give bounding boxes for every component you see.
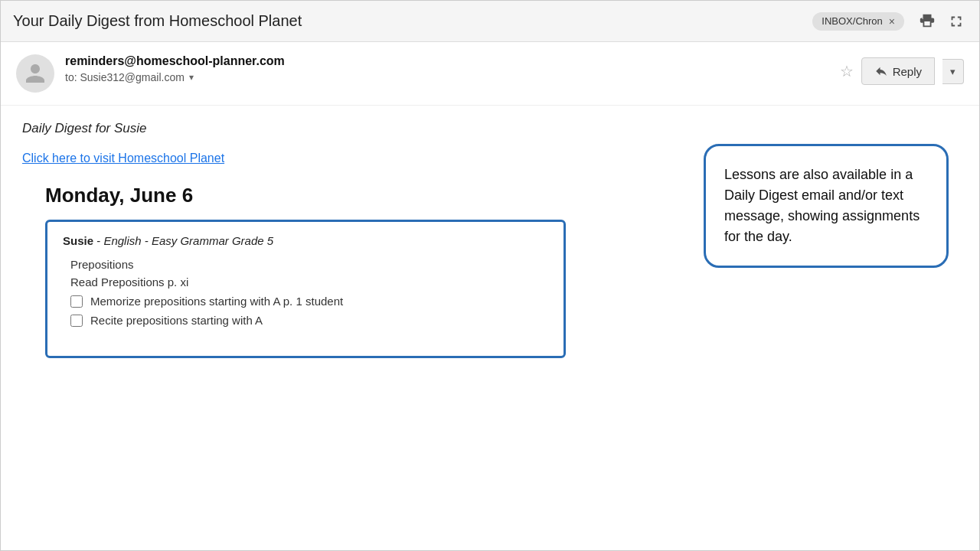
toolbar-icons: [916, 13, 967, 30]
tab-close-button[interactable]: ×: [889, 15, 895, 28]
section-title: Prepositions: [70, 258, 548, 271]
tooltip-text: Lessons are also available in a Daily Di…: [724, 167, 920, 244]
section-item: Read Prepositions p. xi: [70, 276, 548, 289]
reply-button[interactable]: Reply: [861, 57, 935, 85]
separator: -: [96, 234, 103, 247]
person-icon: [24, 62, 47, 85]
reply-more-button[interactable]: ▾: [942, 59, 964, 84]
recipient-row: to: Susie312@gmail.com ▾: [65, 71, 840, 83]
checkbox-label-1: Memorize prepositions starting with A p.…: [90, 295, 343, 308]
checkbox-1[interactable]: [70, 295, 83, 308]
reply-label: Reply: [893, 65, 922, 78]
reply-icon: [874, 64, 888, 78]
avatar: [16, 54, 54, 93]
tab-label: INBOX/Chron: [822, 15, 882, 27]
course-name: English - Easy Grammar Grade 5: [103, 234, 273, 247]
assignment-title: Susie - English - Easy Grammar Grade 5: [63, 234, 548, 247]
window-title: Your Daily Digest from Homeschool Planet: [13, 12, 812, 30]
checkbox-label-2: Recite prepositions starting with A: [90, 314, 263, 327]
checkbox-item-1: Memorize prepositions starting with A p.…: [70, 295, 548, 308]
sender-email: reminders@homeschool-planner.com: [65, 54, 840, 68]
recipient-dropdown-button[interactable]: ▾: [189, 72, 194, 83]
header-actions: ☆ Reply ▾: [840, 57, 964, 85]
tooltip-bubble: Lessons are also available in a Daily Di…: [704, 144, 949, 268]
checkbox-2[interactable]: [70, 315, 83, 327]
email-body: Daily Digest for Susie Click here to vis…: [1, 106, 979, 373]
print-icon[interactable]: [916, 13, 938, 30]
inbox-tab[interactable]: INBOX/Chron ×: [812, 12, 904, 31]
recipient-label: to: Susie312@gmail.com: [65, 71, 185, 83]
title-bar: Your Daily Digest from Homeschool Planet…: [1, 1, 979, 42]
star-button[interactable]: ☆: [840, 62, 854, 80]
checkbox-item-2: Recite prepositions starting with A: [70, 314, 548, 327]
assignment-box: Susie - English - Easy Grammar Grade 5 P…: [45, 220, 566, 358]
expand-icon[interactable]: [946, 13, 967, 30]
visit-link[interactable]: Click here to visit Homeschool Planet: [22, 152, 224, 165]
student-name: Susie: [63, 234, 93, 247]
email-subject: Daily Digest for Susie: [22, 121, 958, 136]
email-header: reminders@homeschool-planner.com to: Sus…: [1, 42, 979, 106]
sender-info: reminders@homeschool-planner.com to: Sus…: [65, 54, 840, 83]
